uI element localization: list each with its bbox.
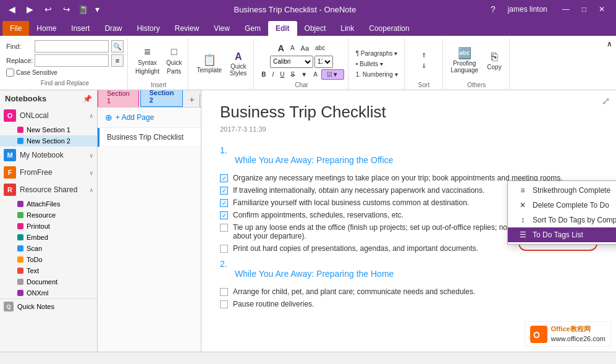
watermark-url: www.office26.com — [551, 334, 605, 344]
replace-input[interactable] — [35, 54, 109, 67]
numbering-button[interactable]: 1. Numbering ▾ — [353, 70, 400, 79]
color-button[interactable]: A — [311, 70, 320, 79]
tab-view[interactable]: View — [206, 21, 237, 36]
tab-history[interactable]: History — [129, 21, 167, 36]
section-scan[interactable]: Scan — [0, 243, 97, 254]
ribbon-tab-bar: File Home Insert Draw History Review Vie… — [0, 19, 616, 36]
proofing-language-button[interactable]: 🔤 Proofing Language — [448, 46, 482, 75]
section-resource[interactable]: Resource — [0, 210, 97, 221]
font-size-down-button[interactable]: A — [288, 42, 297, 54]
notebook-fromfree[interactable]: F FromFree ∨ — [0, 164, 97, 181]
notebook-onlocal[interactable]: O ONLocal ∧ — [0, 107, 97, 124]
svg-text:O: O — [533, 330, 540, 340]
tab-link[interactable]: Link — [333, 21, 361, 36]
syntax-highlight-button[interactable]: ≡ Syntax Highlight — [133, 45, 162, 76]
quick-styles-button[interactable]: A Quick Styles — [227, 50, 250, 78]
checkbox-4[interactable]: ✓ — [220, 211, 228, 219]
syntax-label: Syntax — [138, 59, 157, 66]
minimize-button[interactable]: — — [556, 4, 576, 15]
tab-gem[interactable]: Gem — [237, 21, 268, 36]
section-tab-1[interactable]: New Section 1 — [98, 90, 139, 107]
section-new1[interactable]: New Section 1 — [0, 124, 97, 135]
checkbox-6[interactable] — [220, 245, 228, 253]
search-input[interactable] — [200, 95, 201, 107]
checkbox-2[interactable]: ✓ — [220, 187, 228, 195]
menu-item-delete[interactable]: ✕ Delete Complete To Do — [508, 198, 616, 213]
sort-asc-button[interactable]: ⇑ — [419, 51, 429, 60]
section-attachfiles[interactable]: AttachFiles — [0, 198, 97, 210]
abc-button[interactable]: abc — [313, 42, 327, 54]
tab-draw[interactable]: Draw — [97, 21, 129, 36]
quick-parts-button[interactable]: □ Quick Parts — [164, 45, 185, 76]
check-text-7: Arrange for child, pet, and plant care; … — [233, 287, 475, 296]
quick-notes-label: Quick Notes — [17, 303, 54, 310]
help-button[interactable]: ? — [487, 3, 499, 15]
pin-icon[interactable]: 📌 — [83, 95, 92, 103]
back-button[interactable]: ◀ — [5, 3, 19, 15]
italic-button[interactable]: I — [270, 70, 277, 79]
section-embed[interactable]: Embed — [0, 232, 97, 243]
add-page-button[interactable]: ⊕ + Add Page — [98, 108, 201, 128]
replace-row: Replace: ≡ — [6, 54, 124, 67]
bullets-button[interactable]: • Bullets ▾ — [353, 59, 400, 69]
quick-notes[interactable]: Q Quick Notes — [0, 298, 97, 314]
find-search-button[interactable]: 🔍 — [111, 40, 124, 53]
checkbox-8[interactable] — [220, 300, 228, 308]
add-section-button[interactable]: + — [184, 92, 199, 107]
tab-home[interactable]: Home — [29, 21, 64, 36]
tab-insert[interactable]: Insert — [64, 21, 97, 36]
tab-review[interactable]: Review — [167, 21, 206, 36]
section-document[interactable]: Document — [0, 276, 97, 287]
section2-label: New Section 2 — [27, 137, 70, 145]
expand-icon[interactable]: ⤢ — [602, 95, 610, 107]
forward-button[interactable]: ▶ — [23, 3, 37, 15]
highlight-button[interactable]: ▼ — [298, 70, 310, 79]
notebook-resource[interactable]: R Resource Shared ∧ — [0, 181, 97, 198]
tab-object[interactable]: Object — [297, 21, 334, 36]
check-text-6: Print out hard copies of presentations, … — [233, 244, 478, 253]
font-family-select[interactable]: Calibri — [270, 56, 313, 68]
font-size-up-button[interactable]: A — [276, 42, 287, 54]
strikethrough-button[interactable]: S — [289, 70, 298, 79]
find-input[interactable] — [35, 40, 109, 53]
menu-item-todo-tags[interactable]: ☰ To Do Tags List — [508, 227, 616, 242]
sort-desc-button[interactable]: ⇓ — [419, 61, 429, 70]
tab-cooperation[interactable]: Cooperation — [361, 21, 416, 36]
replace-button[interactable]: ≡ — [111, 54, 124, 67]
section-printout[interactable]: Printout — [0, 221, 97, 232]
quick-access-dropdown[interactable]: ▾ — [91, 3, 103, 15]
todo-dropdown-button[interactable]: ☑▼ — [321, 69, 344, 80]
section-onxml[interactable]: ONXml — [0, 287, 97, 298]
checkbox-1[interactable]: ✓ — [220, 174, 228, 182]
page-item-checklist[interactable]: Business Trip Checklist — [98, 128, 201, 147]
tab-file[interactable]: File — [2, 21, 29, 36]
undo-button[interactable]: ↩ — [41, 3, 56, 15]
case-sensitive-option[interactable]: Case Sensitive — [6, 69, 124, 77]
notebook-my[interactable]: M My Notebook ∨ — [0, 146, 97, 164]
font-size-select[interactable]: 11 — [314, 56, 333, 68]
title-bar: ◀ ▶ ↩ ↪ 📓 ▾ Business Trip Checklist - On… — [0, 0, 616, 19]
section1-dot — [17, 127, 23, 133]
checkbox-5[interactable] — [220, 224, 228, 232]
redo-button[interactable]: ↪ — [59, 3, 74, 15]
section-text[interactable]: Text — [0, 265, 97, 276]
close-button[interactable]: ✕ — [593, 4, 611, 15]
underline-button[interactable]: U — [277, 70, 287, 79]
tab-edit[interactable]: Edit — [268, 21, 297, 36]
copy-button[interactable]: ⎘ Copy — [483, 49, 505, 72]
paragraphs-button[interactable]: ¶ Paragraphs ▾ — [353, 49, 400, 58]
ribbon-collapse-button[interactable]: ∧ — [607, 40, 612, 48]
maximize-button[interactable]: □ — [576, 4, 593, 15]
font-aa-button[interactable]: Aa — [298, 42, 311, 54]
section-todo[interactable]: ToDo — [0, 254, 97, 265]
bold-button[interactable]: B — [259, 70, 268, 79]
case-sensitive-checkbox[interactable] — [6, 69, 14, 77]
section-tab-2[interactable]: New Section 2 — [140, 90, 184, 107]
checkbox-3[interactable]: ✓ — [220, 199, 228, 207]
menu-item-strikethrough[interactable]: ≡ Strikethrough Complete — [508, 183, 616, 198]
section-new2[interactable]: New Section 2 — [0, 135, 97, 146]
template-button[interactable]: 📋 Template — [193, 53, 225, 75]
main-area: Notebooks 📌 O ONLocal ∧ New Section 1 Ne… — [0, 90, 616, 352]
checkbox-7[interactable] — [220, 288, 228, 296]
menu-item-sort[interactable]: ↕ Sort To Do Tags by Complete — [508, 213, 616, 227]
